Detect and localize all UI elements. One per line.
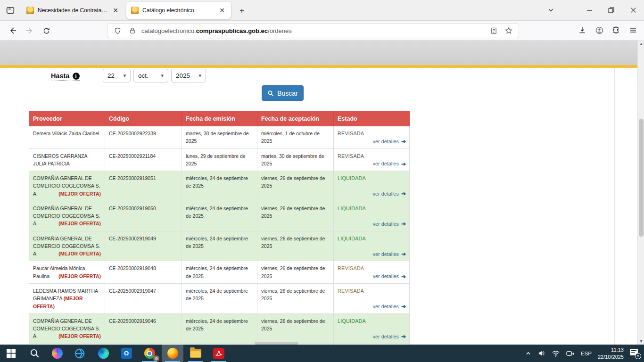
reader-mode-icon[interactable]	[487, 25, 500, 37]
ecuador-crest-favicon	[131, 7, 139, 14]
reload-icon[interactable]	[39, 24, 53, 37]
back-icon[interactable]	[6, 24, 20, 37]
ver-detalles-link[interactable]: ver detalles➔	[373, 272, 406, 280]
vertical-scrollbar[interactable]: ▲ ▼	[637, 41, 644, 345]
status-cell: LIQUIDADA ver detalles➔	[334, 171, 410, 201]
day-select[interactable]: 22▾	[103, 69, 131, 82]
firefox-icon[interactable]	[162, 345, 183, 362]
wifi-icon[interactable]	[552, 350, 560, 357]
emission-date: miércoles, 24 de septiembre de 2025	[182, 201, 257, 231]
chrome-icon[interactable]: G	[139, 345, 160, 362]
tab-necesidades[interactable]: Necesidades de Contratación y ✕	[22, 0, 124, 21]
emission-date: lunes, 29 de septiembre de 2025	[182, 149, 257, 172]
date: 22/10/2025	[598, 354, 624, 360]
firefox-view-icon[interactable]	[4, 4, 17, 16]
year-select[interactable]: 2025▾	[171, 69, 206, 82]
account-icon[interactable]	[593, 24, 605, 36]
extensions-icon[interactable]	[610, 24, 622, 36]
table-row: COMPAÑIA GENERAL DE COMERCIO COGECOMSA S…	[29, 314, 410, 344]
scroll-up-icon[interactable]: ▲	[638, 41, 644, 46]
chevron-down-icon: ▾	[161, 73, 164, 79]
emission-date: miércoles, 24 de septiembre de 2025	[182, 261, 257, 284]
arrow-right-icon: ➔	[401, 161, 406, 167]
acceptance-date: viernes, 26 de septiembre de 2025	[257, 261, 334, 284]
ver-detalles-link[interactable]: ver detalles➔	[373, 250, 406, 258]
internet-explorer-icon[interactable]	[69, 345, 91, 362]
acrobat-icon[interactable]	[208, 345, 230, 362]
info-icon[interactable]: i	[73, 73, 80, 80]
status-cell: LIQUIDADA ver detalles➔	[334, 201, 410, 231]
ver-detalles-link[interactable]: ver detalles➔	[373, 220, 406, 228]
acceptance-date: martes, 30 de septiembre de 2025	[257, 149, 334, 172]
notification-center-icon[interactable]: 5	[630, 349, 640, 358]
lock-icon[interactable]	[126, 25, 139, 37]
order-code: CE-20250002919051	[105, 171, 182, 201]
url-bar[interactable]: catalogoelectronico.compraspublicas.gob.…	[107, 24, 519, 38]
bookmark-star-icon[interactable]	[503, 25, 515, 37]
order-code: CE-20250002919049	[105, 231, 182, 262]
scrollbar-thumb[interactable]	[639, 119, 644, 237]
status-cell: REVISADA ver detalles➔	[334, 284, 410, 314]
shield-icon[interactable]	[111, 25, 124, 37]
volume-icon[interactable]	[537, 350, 545, 357]
emission-date: miércoles, 24 de septiembre de 2025	[182, 314, 257, 344]
menu-hamburger-icon[interactable]	[627, 24, 639, 36]
windows-taskbar: O G ESP 11:13 22/10/2025	[0, 345, 644, 362]
best-offer-label: (MEJOR OFERTA)	[58, 250, 101, 257]
list-all-tabs-icon[interactable]	[543, 3, 558, 17]
status-label: LIQUIDADA	[338, 318, 366, 324]
provider-cell: COMPAÑIA GENERAL DE COMERCIO COGECOMSA S…	[29, 171, 105, 201]
provider-cell: LEDESMA RAMOS MARTHA GRIMANEZA (MEJOR OF…	[29, 284, 105, 314]
arrow-right-icon: ➔	[401, 304, 406, 309]
best-offer-label: (MEJOR OFERTA)	[58, 272, 101, 280]
order-code: CE-20250002922339	[105, 126, 182, 149]
order-code: CE-20250002921184	[105, 149, 182, 172]
tab-close-icon[interactable]: ✕	[111, 6, 120, 15]
tray-expand-chevron-icon[interactable]	[525, 350, 531, 356]
buscar-button[interactable]: Buscar	[262, 85, 304, 101]
restore-button[interactable]	[603, 3, 619, 17]
ver-detalles-link[interactable]: ver detalles➔	[373, 138, 406, 146]
tab-catalogo[interactable]: Catálogo electrónico ✕	[126, 2, 231, 19]
meet-now-icon[interactable]	[566, 350, 575, 357]
content-right-divider	[614, 68, 615, 345]
tab-title: Catálogo electrónico	[142, 7, 214, 14]
ver-detalles-link[interactable]: ver detalles➔	[373, 303, 406, 311]
minimize-button[interactable]	[582, 3, 597, 17]
best-offer-label: (MEJOR OFERTA)	[58, 190, 101, 197]
ver-detalles-link[interactable]: ver detalles➔	[373, 160, 406, 168]
arrow-right-icon: ➔	[401, 139, 406, 144]
col-fecha-aceptacion: Fecha de aceptación	[257, 111, 334, 126]
best-offer-label: (MEJOR OFERTA)	[58, 332, 101, 340]
status-label: REVISADA	[338, 131, 364, 136]
col-proveedor: Proveedor	[29, 111, 105, 126]
status-cell: LIQUIDADA ver detalles➔	[334, 314, 410, 344]
edge-icon[interactable]	[92, 345, 114, 362]
browser-tab-strip: Necesidades de Contratación y ✕ Catálogo…	[0, 0, 644, 21]
clock[interactable]: 11:13 22/10/2025	[598, 346, 624, 360]
scroll-down-icon[interactable]: ▼	[638, 339, 644, 344]
tab-close-icon[interactable]: ✕	[218, 6, 226, 15]
outlook-icon[interactable]: O	[116, 345, 137, 362]
table-row: COMPAÑIA GENERAL DE COMERCIO COGECOMSA S…	[29, 231, 410, 262]
ver-detalles-link[interactable]: ver detalles➔	[373, 190, 406, 198]
start-button[interactable]	[0, 345, 22, 362]
downloads-icon[interactable]	[576, 24, 588, 36]
table-row: Demera Villacis Zaida Claribel CE-202500…	[29, 126, 410, 149]
chevron-down-icon: ▾	[198, 73, 201, 79]
provider-cell: COMPAÑIA GENERAL DE COMERCIO COGECOMSA S…	[29, 231, 105, 262]
month-select[interactable]: oct.▾	[133, 69, 168, 82]
taskbar-search-icon[interactable]	[24, 345, 45, 362]
acceptance-date: viernes, 26 de septiembre de 2025	[257, 284, 334, 314]
copilot-icon[interactable]	[46, 345, 68, 362]
provider-cell: CISNEROS CARRANZA JULIA PATRICIA	[29, 149, 105, 172]
close-button[interactable]	[626, 3, 641, 17]
new-tab-button[interactable]: +	[236, 5, 248, 17]
acceptance-date: viernes, 26 de septiembre de 2025	[257, 201, 334, 231]
file-explorer-icon[interactable]	[185, 345, 206, 362]
time: 11:13	[611, 347, 624, 353]
forward-icon[interactable]	[23, 24, 37, 37]
ver-detalles-link[interactable]: ver detalles➔	[373, 333, 406, 341]
language-indicator[interactable]: ESP	[581, 351, 592, 356]
url-text[interactable]: catalogoelectronico.compraspublicas.gob.…	[141, 27, 485, 34]
